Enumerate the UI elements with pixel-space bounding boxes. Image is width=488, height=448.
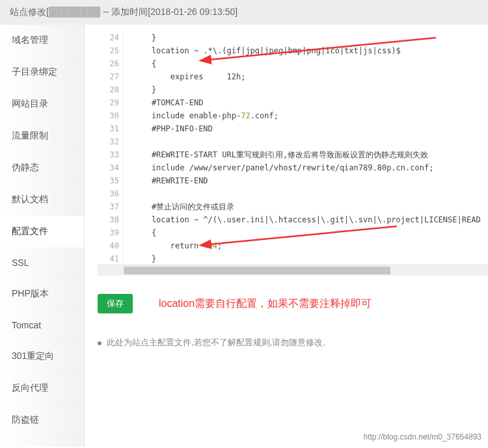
sidebar-item-defaultdoc[interactable]: 默认文档 [0,184,84,216]
bullet-icon [98,341,102,345]
sidebar-item-rewrite[interactable]: 伪静态 [0,152,84,184]
sidebar-item-hotlink[interactable]: 防盗链 [0,404,84,436]
sidebar-item-301[interactable]: 301重定向 [0,341,84,373]
sidebar-item-sitedir[interactable]: 网站目录 [0,88,84,120]
main-panel: 24 25 26 27 28 29 30 31 32 33 34 35 36 3… [85,25,488,447]
sidebar-item-label: Tomcat [12,320,41,330]
warning-label: 此处为站点主配置文件,若您不了解配置规则,请勿随意修改. [107,337,325,347]
line-gutter: 24 25 26 27 28 29 30 31 32 33 34 35 36 3… [98,31,124,265]
sidebar-item-config[interactable]: 配置文件 [0,216,84,248]
sidebar-item-label: 伪静态 [12,162,39,172]
sidebar-item-label: 反向代理 [12,382,48,393]
sidebar-item-label: 301重定向 [12,350,54,361]
title-prefix: 站点修改[ [10,7,49,17]
sidebar-item-label: 网站目录 [12,98,48,109]
save-hint-text: location需要自行配置，如果不需要注释掉即可 [159,297,372,311]
sidebar-item-label: SSL [12,257,29,268]
sidebar-item-label: 子目录绑定 [12,66,57,77]
sidebar-item-ratelimit[interactable]: 流量限制 [0,120,84,152]
sidebar-item-label: 防盗链 [12,414,39,425]
dialog-title: 站点修改[████████ -- 添加时间[2018-01-26 09:13:5… [0,0,488,25]
source-url: http://blog.csdn.net/m0_37654893 [364,432,481,441]
sidebar-item-label: 流量限制 [12,130,48,140]
sidebar-item-ssl[interactable]: SSL [0,248,84,278]
code-editor[interactable]: 24 25 26 27 28 29 30 31 32 33 34 35 36 3… [98,31,488,265]
sidebar-item-label: 配置文件 [12,226,48,236]
sidebar-item-label: PHP版本 [12,288,49,298]
title-suffix: -- 添加时间[2018-01-26 09:13:50] [100,7,237,17]
sidebar-item-tomcat[interactable]: Tomcat [0,310,84,341]
sidebar-item-label: 域名管理 [12,34,48,45]
sidebar-item-proxy[interactable]: 反向代理 [0,373,84,404]
warning-text: 此处为站点主配置文件,若您不了解配置规则,请勿随意修改. [98,337,488,349]
sidebar-item-domain[interactable]: 域名管理 [0,25,84,57]
save-button[interactable]: 保存 [98,294,133,313]
sidebar: 域名管理 子目录绑定 网站目录 流量限制 伪静态 默认文档 配置文件 SSL P… [0,25,85,447]
code-content[interactable]: } location ~ .*\.(gif|jpg|jpeg|bmp|png|i… [124,31,488,265]
sidebar-item-subdir[interactable]: 子目录绑定 [0,57,84,88]
horizontal-scrollbar[interactable] [98,265,488,276]
sidebar-item-label: 默认文档 [12,194,48,204]
scrollbar-thumb[interactable] [124,267,390,274]
sidebar-item-php[interactable]: PHP版本 [0,278,84,310]
